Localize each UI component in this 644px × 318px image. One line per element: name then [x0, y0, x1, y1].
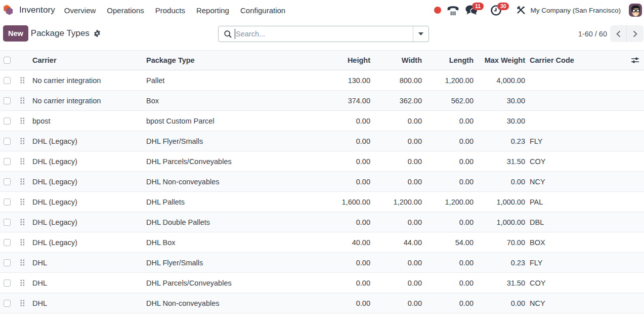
cell-width[interactable]: 0.00 [373, 253, 425, 273]
cell-width[interactable]: 44.00 [373, 232, 425, 253]
cell-max-weight[interactable]: 4,000.00 [477, 70, 528, 91]
cell-width[interactable]: 0.00 [373, 131, 425, 151]
cell-package-type[interactable]: DHL Flyer/Smalls [143, 253, 329, 273]
drag-handle[interactable] [17, 97, 28, 104]
cell-length[interactable]: 0.00 [425, 253, 477, 273]
row-checkbox[interactable] [4, 300, 11, 307]
cell-length[interactable]: 0.00 [425, 131, 477, 151]
cell-length[interactable]: 0.00 [425, 212, 477, 232]
column-header-carrier-code[interactable]: Carrier Code [528, 51, 627, 70]
table-row[interactable]: No carrier integration Pallet 130.00 800… [0, 70, 644, 91]
column-header-width[interactable]: Width [373, 51, 425, 70]
table-row[interactable]: bpost bpost Custom Parcel 0.00 0.00 0.00… [0, 111, 644, 131]
cell-package-type[interactable]: DHL Non-conveyables [143, 293, 329, 313]
cell-length[interactable]: 562.00 [425, 91, 477, 111]
cell-height[interactable]: 0.00 [329, 131, 373, 151]
pager-previous-button[interactable] [610, 25, 627, 42]
cell-carrier-code[interactable] [528, 70, 627, 91]
table-row[interactable]: No carrier integration Box 374.00 362.00… [0, 91, 644, 111]
row-checkbox[interactable] [4, 158, 11, 165]
cell-package-type[interactable]: DHL Non-conveyables [143, 172, 329, 192]
table-row[interactable]: DHL (Legacy) DHL Box 40.00 44.00 54.00 7… [0, 232, 644, 253]
drag-handle[interactable] [17, 77, 28, 84]
activities-button[interactable]: 30 [491, 5, 501, 16]
optional-columns-button[interactable] [627, 57, 644, 64]
cell-width[interactable]: 1,200.00 [373, 192, 425, 212]
cell-package-type[interactable]: DHL Pallets [143, 192, 329, 212]
column-header-height[interactable]: Height [329, 51, 373, 70]
cell-carrier-code[interactable]: DBL [528, 212, 627, 232]
cell-height[interactable]: 374.00 [329, 91, 373, 111]
cell-width[interactable]: 0.00 [373, 172, 425, 192]
row-checkbox[interactable] [4, 259, 11, 266]
select-all-checkbox[interactable] [4, 57, 11, 64]
cell-max-weight[interactable]: 31.50 [477, 273, 528, 293]
cell-width[interactable]: 362.00 [373, 91, 425, 111]
cell-carrier-code[interactable]: BOX [528, 232, 627, 253]
cell-package-type[interactable]: DHL Double Pallets [143, 212, 329, 232]
table-row[interactable]: DHL (Legacy) DHL Non-conveyables 0.00 0.… [0, 172, 644, 192]
cell-height[interactable]: 0.00 [329, 151, 373, 172]
cell-carrier[interactable]: DHL (Legacy) [28, 151, 143, 172]
cell-carrier[interactable]: DHL [28, 253, 143, 273]
drag-handle[interactable] [17, 198, 28, 205]
menu-item-products[interactable]: Products [150, 3, 191, 18]
cell-width[interactable]: 800.00 [373, 70, 425, 91]
table-row[interactable]: DHL (Legacy) DHL Pallets 1,600.00 1,200.… [0, 192, 644, 212]
table-row[interactable]: DHL DHL Non-conveyables 0.00 0.00 0.00 0… [0, 293, 644, 313]
menu-item-reporting[interactable]: Reporting [191, 3, 235, 18]
app-name[interactable]: Inventory [19, 5, 55, 15]
column-header-carrier[interactable]: Carrier [28, 51, 143, 70]
table-row[interactable]: DHL DHL Parcels/Conveyables 0.00 0.00 0.… [0, 273, 644, 293]
cell-package-type[interactable]: bpost Custom Parcel [143, 111, 329, 131]
drag-handle[interactable] [17, 117, 28, 124]
cell-max-weight[interactable]: 0.23 [477, 253, 528, 273]
drag-handle[interactable] [17, 280, 28, 286]
cell-max-weight[interactable]: 0.00 [477, 172, 528, 192]
cell-max-weight[interactable]: 0.00 [477, 293, 528, 313]
cell-carrier[interactable]: DHL (Legacy) [28, 172, 143, 192]
drag-handle[interactable] [17, 239, 28, 246]
cell-length[interactable]: 1,200.00 [425, 192, 477, 212]
table-row[interactable]: DHL DHL Flyer/Smalls 0.00 0.00 0.00 0.23… [0, 253, 644, 273]
cell-length[interactable]: 54.00 [425, 232, 477, 253]
cell-carrier-code[interactable]: FLY [528, 253, 627, 273]
row-checkbox[interactable] [4, 280, 11, 287]
cell-carrier[interactable]: DHL (Legacy) [28, 212, 143, 232]
cell-carrier[interactable]: DHL (Legacy) [28, 232, 143, 253]
cell-package-type[interactable]: DHL Parcels/Conveyables [143, 273, 329, 293]
new-button[interactable]: New [3, 25, 28, 42]
cell-width[interactable]: 0.00 [373, 111, 425, 131]
cell-carrier[interactable]: DHL (Legacy) [28, 192, 143, 212]
search-dropdown-toggle[interactable] [413, 26, 428, 42]
cell-height[interactable]: 0.00 [329, 172, 373, 192]
cell-max-weight[interactable]: 1,000.00 [477, 192, 528, 212]
app-switcher[interactable]: Inventory [4, 5, 55, 16]
cell-carrier[interactable]: No carrier integration [28, 70, 143, 91]
pager-next-button[interactable] [627, 25, 643, 42]
cell-height[interactable]: 0.00 [329, 111, 373, 131]
cell-height[interactable]: 0.00 [329, 293, 373, 313]
row-checkbox[interactable] [4, 198, 11, 206]
drag-handle[interactable] [17, 219, 28, 225]
row-checkbox[interactable] [4, 239, 11, 246]
cell-length[interactable]: 0.00 [425, 172, 477, 192]
cell-max-weight[interactable]: 1,000.00 [477, 212, 528, 232]
cell-carrier[interactable]: DHL [28, 293, 143, 313]
menu-item-configuration[interactable]: Configuration [235, 3, 291, 18]
company-switcher[interactable]: My Company (San Francisco) [530, 7, 621, 14]
column-header-length[interactable]: Length [425, 51, 477, 70]
search-input[interactable] [236, 30, 413, 38]
cell-length[interactable]: 0.00 [425, 111, 477, 131]
cell-max-weight[interactable]: 70.00 [477, 232, 528, 253]
drag-handle[interactable] [17, 158, 28, 165]
menu-item-overview[interactable]: Overview [59, 3, 102, 18]
cell-package-type[interactable]: Pallet [143, 70, 329, 91]
voip-phone-button[interactable] [447, 6, 459, 15]
cell-max-weight[interactable]: 0.23 [477, 131, 528, 151]
cell-package-type[interactable]: DHL Parcels/Conveyables [143, 151, 329, 172]
messages-button[interactable]: 11 [465, 5, 478, 15]
cell-carrier-code[interactable]: COY [528, 273, 627, 293]
menu-item-operations[interactable]: Operations [101, 3, 149, 18]
cell-carrier[interactable]: DHL [28, 273, 143, 293]
